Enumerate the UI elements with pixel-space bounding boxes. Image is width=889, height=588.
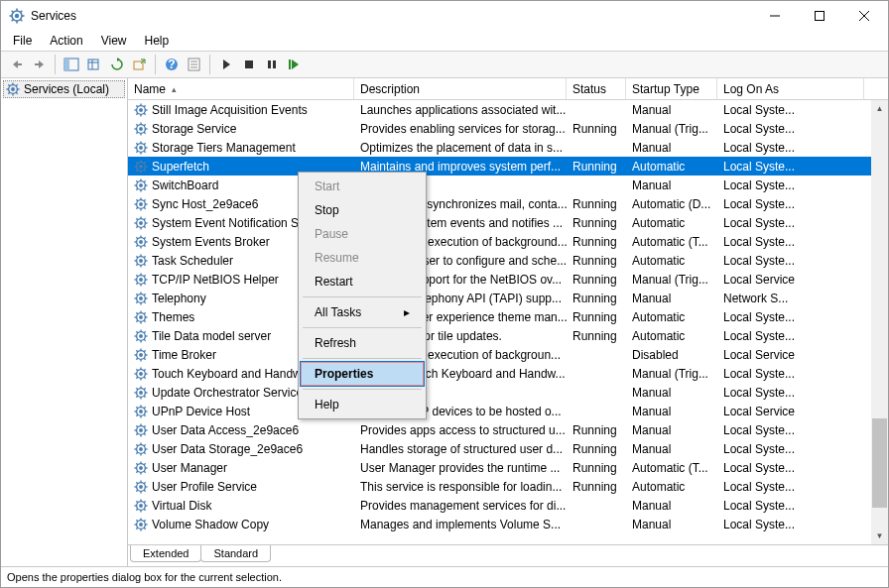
ctx-restart[interactable]: Restart (301, 270, 424, 294)
restart-service-button[interactable] (283, 54, 306, 75)
menu-file[interactable]: File (5, 32, 40, 50)
service-row[interactable]: User Profile ServiceThis service is resp… (128, 477, 888, 496)
pause-service-button[interactable] (260, 54, 283, 75)
service-startup: Manual (626, 177, 717, 193)
tab-extended[interactable]: Extended (130, 545, 201, 562)
ctx-start[interactable]: Start (301, 175, 424, 198)
ctx-properties[interactable]: Properties (301, 362, 424, 386)
service-logon: Local Syste... (717, 498, 864, 514)
refresh-button[interactable] (105, 54, 128, 75)
service-name: Still Image Acquisition Events (152, 103, 308, 117)
menu-help[interactable]: Help (137, 32, 178, 50)
service-row[interactable]: Touch Keyboard and Handwriting Panel Ser… (128, 364, 888, 383)
service-logon: Local Syste... (717, 253, 864, 269)
service-row[interactable]: Still Image Acquisition EventsLaunches a… (128, 100, 888, 119)
column-startup-type[interactable]: Startup Type (626, 78, 717, 99)
service-row[interactable]: Storage Tiers ManagementOptimizes the pl… (128, 138, 888, 157)
scroll-up-button[interactable]: ▲ (871, 100, 888, 117)
service-row[interactable]: ThemesProvides user experience theme man… (128, 307, 888, 326)
scroll-track[interactable] (871, 117, 888, 528)
service-icon (134, 386, 148, 400)
service-icon (134, 160, 148, 174)
scroll-thumb[interactable] (872, 418, 887, 508)
service-row[interactable]: Sync Host_2e9ace6This service synchroniz… (128, 194, 888, 213)
column-log-on-as[interactable]: Log On As (717, 78, 864, 99)
ctx-pause[interactable]: Pause (301, 222, 424, 246)
back-button[interactable] (5, 54, 28, 75)
ctx-stop[interactable]: Stop (301, 198, 424, 222)
ctx-help[interactable]: Help (301, 393, 424, 416)
menu-action[interactable]: Action (42, 32, 90, 50)
service-startup: Disabled (626, 347, 717, 363)
service-row[interactable]: Time BrokerCoordinates execution of back… (128, 345, 888, 364)
tab-bar: Extended Standard (128, 544, 888, 566)
ctx-all-tasks[interactable]: All Tasks▸ (301, 300, 424, 324)
service-row[interactable]: Volume Shadow CopyManages and implements… (128, 515, 888, 533)
service-row[interactable]: UPnP Device HostAllows UPnP devices to b… (128, 402, 888, 420)
show-hide-tree-button[interactable] (60, 54, 82, 75)
service-row[interactable]: SwitchBoardManualLocal Syste... (128, 176, 888, 194)
ctx-refresh[interactable]: Refresh (301, 331, 424, 355)
service-name: User Manager (152, 461, 227, 475)
vertical-scrollbar[interactable]: ▲ ▼ (871, 100, 888, 544)
service-row[interactable]: SuperfetchMaintains and improves system … (128, 157, 888, 176)
stop-service-button[interactable] (237, 54, 260, 75)
export-list-button[interactable] (82, 54, 105, 75)
service-icon (134, 423, 148, 437)
close-button[interactable] (841, 2, 886, 31)
service-logon: Local Syste... (717, 309, 864, 325)
service-row[interactable]: Task SchedulerEnables a user to configur… (128, 251, 888, 270)
service-name: Themes (152, 310, 194, 324)
service-row[interactable]: User Data Access_2e9ace6Provides apps ac… (128, 420, 888, 439)
service-logon: Local Syste... (717, 517, 864, 532)
service-row[interactable]: TelephonyProvides Telephony API (TAPI) s… (128, 289, 888, 307)
scroll-down-button[interactable]: ▼ (871, 528, 888, 544)
export-button[interactable] (128, 54, 151, 75)
column-status[interactable]: Status (567, 78, 626, 99)
ctx-resume[interactable]: Resume (301, 246, 424, 270)
service-row[interactable]: Virtual DiskProvides management services… (128, 496, 888, 515)
service-row[interactable]: System Events BrokerCoordinates executio… (128, 232, 888, 251)
menu-view[interactable]: View (93, 32, 135, 50)
service-name: TCP/IP NetBIOS Helper (152, 273, 279, 287)
tree-node-services-local[interactable]: Services (Local) (3, 80, 125, 98)
service-name: Time Broker (152, 348, 216, 362)
service-name: User Data Storage_2e9ace6 (152, 442, 303, 456)
app-icon (9, 8, 25, 24)
maximize-button[interactable] (797, 2, 841, 31)
service-status: Running (567, 441, 626, 457)
service-name: Superfetch (152, 160, 209, 174)
service-startup: Manual (626, 140, 717, 156)
help-button[interactable]: ? (160, 54, 183, 75)
start-service-button[interactable] (214, 54, 237, 75)
service-startup: Manual (626, 102, 717, 118)
service-row[interactable]: System Event Notification ServiceMonitor… (128, 213, 888, 232)
column-description[interactable]: Description (354, 78, 567, 99)
service-status: Running (567, 121, 626, 137)
properties-button[interactable] (183, 54, 205, 75)
service-startup: Manual (626, 404, 717, 419)
service-row[interactable]: Update Orchestrator Service for Windows … (128, 383, 888, 402)
submenu-arrow-icon: ▸ (404, 305, 410, 319)
service-icon (134, 216, 148, 230)
ctx-separator (303, 327, 422, 328)
service-row[interactable]: User ManagerUser Manager provides the ru… (128, 458, 888, 477)
tab-standard[interactable]: Standard (200, 545, 271, 562)
service-logon: Local Syste... (717, 385, 864, 401)
column-name[interactable]: Name▴ (128, 78, 354, 99)
service-icon (134, 122, 148, 136)
service-logon: Local Syste... (717, 196, 864, 212)
service-status: Running (567, 159, 626, 175)
service-row[interactable]: Tile Data model serverTile Server for ti… (128, 326, 888, 345)
service-row[interactable]: Storage ServiceProvides enabling service… (128, 119, 888, 138)
forward-button[interactable] (28, 54, 51, 75)
service-row[interactable]: User Data Storage_2e9ace6Handles storage… (128, 439, 888, 458)
service-row[interactable]: TCP/IP NetBIOS HelperProvides support fo… (128, 270, 888, 289)
service-description: Provides management services for di... (354, 498, 567, 514)
service-status: Running (567, 253, 626, 269)
minimize-button[interactable] (752, 2, 797, 31)
service-status: Running (567, 234, 626, 250)
service-status: Running (567, 479, 626, 495)
service-logon: Network S... (717, 291, 864, 306)
service-logon: Local Service (717, 347, 864, 363)
